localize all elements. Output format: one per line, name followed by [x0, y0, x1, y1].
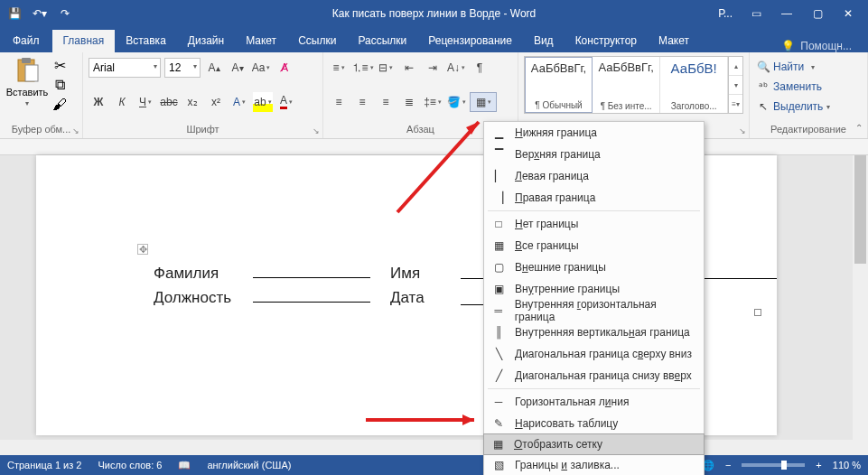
bold-button[interactable]: Ж — [89, 92, 108, 112]
language-indicator[interactable]: английский (США) — [207, 460, 291, 470]
redo-icon[interactable]: ↷ — [58, 6, 72, 21]
highlight-button[interactable]: ab — [253, 92, 273, 112]
style-heading[interactable]: АаБбВ! Заголово... — [660, 57, 728, 113]
font-color-button[interactable]: A — [276, 92, 296, 112]
page-indicator[interactable]: Страница 1 из 2 — [7, 460, 81, 470]
collapse-ribbon-icon[interactable]: ⌃ — [855, 123, 863, 133]
format-painter-button[interactable]: 🖌 — [51, 96, 69, 114]
horizontal-ruler[interactable] — [0, 139, 868, 155]
tab-review[interactable]: Рецензирование — [417, 30, 523, 52]
shrink-font-button[interactable]: A▾ — [228, 58, 247, 78]
border-menu-item[interactable]: ╱Диагональная граница снизу вверх — [484, 365, 704, 387]
zoom-in-button[interactable]: + — [816, 460, 821, 470]
border-menu-item[interactable]: ─Горизонтальная линия — [484, 391, 704, 413]
align-right-button[interactable]: ≡ — [376, 92, 396, 112]
text-effects-button[interactable]: A — [229, 92, 249, 112]
font-launcher[interactable]: ↘ — [313, 126, 320, 135]
border-menu-item[interactable]: ▁Нижняя граница — [484, 122, 704, 144]
align-center-button[interactable]: ≡ — [352, 92, 372, 112]
style-normal[interactable]: АаБбВвГг, ¶ Обычный — [525, 57, 593, 113]
minimize-icon[interactable]: — — [779, 6, 794, 21]
font-size-combo[interactable]: 12▾ — [164, 58, 201, 78]
paste-button[interactable]: Вставить ▾ — [5, 56, 49, 107]
show-marks-button[interactable]: ¶ — [470, 58, 490, 78]
vertical-scrollbar[interactable] — [853, 155, 868, 455]
tab-view[interactable]: Вид — [523, 30, 565, 52]
tab-home[interactable]: Главная — [52, 30, 116, 52]
align-left-button[interactable]: ≡ — [329, 92, 349, 112]
border-menu-item[interactable]: ╲Диагональная граница сверху вниз — [484, 343, 704, 365]
numbering-button[interactable]: ⒈≡ — [352, 58, 372, 78]
table-anchor-icon[interactable]: ✥ — [137, 244, 148, 255]
user-badge[interactable]: Р... — [718, 7, 733, 20]
document-content[interactable]: Фамилия Имя Должность Дата — [154, 262, 439, 311]
border-menu-item[interactable]: ║Внутренняя вертикальная граница — [484, 321, 704, 343]
select-button[interactable]: ↖Выделить▾ — [755, 98, 862, 116]
grow-font-button[interactable]: A▴ — [204, 58, 224, 78]
styles-more[interactable]: ≡▾ — [729, 95, 742, 113]
sort-button[interactable]: A↓ — [446, 58, 466, 78]
tab-design[interactable]: Дизайн — [177, 30, 235, 52]
styles-launcher[interactable]: ↘ — [739, 126, 746, 135]
styles-down[interactable]: ▾ — [729, 76, 742, 95]
zoom-level[interactable]: 110 % — [833, 460, 861, 470]
tab-file[interactable]: Файл — [0, 30, 52, 52]
change-case-button[interactable]: Aa — [251, 58, 271, 78]
ribbon-options-icon[interactable]: ▭ — [749, 6, 763, 21]
resize-handle[interactable] — [754, 309, 761, 316]
styles-up[interactable]: ▴ — [729, 57, 742, 76]
tab-insert[interactable]: Вставка — [115, 30, 177, 52]
indent-button[interactable]: ⇥ — [423, 58, 443, 78]
font-name-combo[interactable]: Arial▾ — [89, 58, 161, 78]
horizontal-scrollbar[interactable] — [0, 440, 853, 455]
underline-button[interactable]: Ч — [135, 92, 155, 112]
input-line[interactable] — [253, 286, 370, 303]
shading-button[interactable]: 🪣 — [446, 92, 466, 112]
replace-button[interactable]: ᵃᵇЗаменить — [755, 78, 862, 96]
border-menu-item[interactable]: □Нет границы — [484, 213, 704, 235]
save-icon[interactable]: 💾 — [7, 6, 22, 21]
strike-button[interactable]: abc — [159, 92, 179, 112]
borders-button[interactable]: ▦ — [470, 92, 497, 112]
tell-me[interactable]: 💡 Помощн... — [781, 40, 868, 52]
close-icon[interactable]: ✕ — [841, 6, 855, 21]
tab-tools-layout[interactable]: Макет — [648, 30, 700, 52]
border-menu-item[interactable]: ▦Все границы — [484, 235, 704, 256]
bullets-button[interactable]: ≡ — [329, 58, 349, 78]
border-type-icon: ▁ — [491, 126, 506, 140]
tab-references[interactable]: Ссылки — [287, 30, 347, 52]
zoom-slider[interactable] — [742, 463, 805, 467]
word-count[interactable]: Число слов: 6 — [98, 460, 162, 470]
copy-button[interactable]: ⧉ — [51, 76, 69, 94]
border-menu-item[interactable]: ▣Внутренние границы — [484, 278, 704, 300]
italic-button[interactable]: К — [112, 92, 132, 112]
border-menu-item[interactable]: ═Внутренняя горизонтальная граница — [484, 300, 704, 321]
border-menu-item[interactable]: ▦Отобразить сетку — [483, 433, 705, 455]
tab-mailings[interactable]: Рассылки — [347, 30, 417, 52]
border-menu-item[interactable]: ▢Внешние границы — [484, 256, 704, 278]
maximize-icon[interactable]: ▢ — [810, 6, 825, 21]
multilevel-button[interactable]: ⊟ — [376, 58, 396, 78]
outdent-button[interactable]: ⇤ — [399, 58, 419, 78]
find-button[interactable]: 🔍Найти▾ — [755, 58, 862, 76]
tab-tools-design[interactable]: Конструктор — [565, 30, 648, 52]
border-menu-item[interactable]: ▕Правая граница — [484, 187, 704, 209]
border-menu-item[interactable]: ✎Нарисовать таблицу — [484, 413, 704, 434]
style-nospace[interactable]: АаБбВвГг, ¶ Без инте... — [593, 57, 660, 113]
border-menu-item[interactable]: ▔Верхняя граница — [484, 144, 704, 165]
justify-button[interactable]: ≣ — [399, 92, 419, 112]
input-line[interactable] — [253, 262, 370, 278]
undo-icon[interactable]: ↶▾ — [33, 6, 47, 21]
spellcheck-icon[interactable]: 📖 — [178, 460, 191, 471]
zoom-out-button[interactable]: − — [725, 460, 731, 470]
border-menu-item[interactable]: ▏Левая граница — [484, 165, 704, 187]
tab-layout[interactable]: Макет — [235, 30, 287, 52]
line-spacing-button[interactable]: ‡≡ — [423, 92, 443, 112]
clipboard-launcher[interactable]: ↘ — [72, 126, 79, 135]
border-menu-item[interactable]: ▧Границы и заливка... — [484, 454, 704, 475]
subscript-button[interactable]: x₂ — [182, 92, 202, 112]
cut-button[interactable]: ✂ — [51, 56, 69, 74]
superscript-button[interactable]: x² — [206, 92, 226, 112]
styles-gallery[interactable]: АаБбВвГг, ¶ Обычный АаБбВвГг, ¶ Без инте… — [524, 56, 743, 114]
clear-format-button[interactable]: A̸ — [275, 58, 294, 78]
